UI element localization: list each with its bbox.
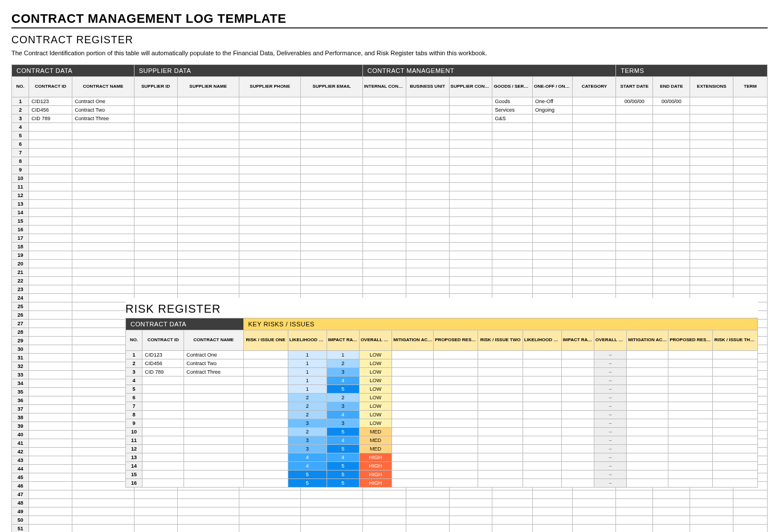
cell[interactable] [690,268,733,277]
cell[interactable]: LOW [359,351,391,359]
cell[interactable]: 9 [126,419,142,428]
cell[interactable] [573,132,616,140]
cell[interactable] [29,379,72,388]
cell[interactable]: Goods [492,97,532,106]
cell[interactable] [134,106,177,114]
cell[interactable]: – [594,436,626,445]
cell[interactable]: 1 [288,377,327,385]
cell[interactable] [29,200,72,208]
cell[interactable]: 30 [12,345,29,354]
cell[interactable] [243,402,288,411]
cell[interactable] [616,285,653,294]
cell[interactable] [72,388,134,396]
cell[interactable] [492,217,532,226]
cell[interactable] [561,479,594,488]
cell[interactable] [243,385,288,394]
cell[interactable]: 45 [12,473,29,482]
cell[interactable] [72,465,134,473]
cell[interactable] [142,445,184,453]
cell[interactable] [668,411,713,419]
cell[interactable] [177,490,239,499]
cell[interactable] [653,123,690,132]
cell[interactable] [532,132,572,140]
cell[interactable]: – [594,470,626,479]
cell[interactable] [478,402,523,411]
cell[interactable] [449,234,492,243]
cell[interactable] [362,97,406,106]
cell[interactable] [668,368,713,377]
cell[interactable] [733,208,768,217]
cell[interactable] [523,445,561,453]
cell[interactable] [573,226,616,234]
cell[interactable] [713,351,758,359]
cell[interactable]: 51 [12,525,29,533]
cell[interactable] [561,436,594,445]
cell[interactable]: 3 [288,436,327,445]
cell[interactable] [177,251,239,260]
cell[interactable] [733,140,768,149]
cell[interactable] [406,243,449,251]
cell[interactable] [616,183,653,191]
cell[interactable] [239,191,300,200]
cell[interactable] [523,351,561,359]
cell[interactable]: 42 [12,448,29,456]
cell[interactable]: 10 [12,174,29,183]
cell[interactable] [177,260,239,268]
cell[interactable] [616,226,653,234]
cell[interactable] [449,516,492,525]
cell[interactable]: 5 [288,479,327,488]
cell[interactable] [532,200,572,208]
cell[interactable] [627,419,668,428]
cell[interactable]: HIGH [359,470,391,479]
cell[interactable] [478,377,523,385]
cell[interactable] [733,268,768,277]
cell[interactable] [134,149,177,157]
cell[interactable] [239,277,300,285]
cell[interactable]: 11 [126,436,142,445]
cell[interactable] [406,166,449,174]
cell[interactable]: 44 [12,465,29,473]
cell[interactable] [478,479,523,488]
cell[interactable] [184,445,243,453]
cell[interactable]: 3 [288,445,327,453]
cell[interactable]: 9 [12,166,29,174]
cell[interactable] [733,97,768,106]
cell[interactable]: 1 [12,97,29,106]
cell[interactable] [29,320,72,328]
cell[interactable] [72,482,134,490]
cell[interactable] [690,166,733,174]
cell[interactable] [492,277,532,285]
cell[interactable] [690,149,733,157]
cell[interactable] [29,388,72,396]
cell[interactable] [406,200,449,208]
cell[interactable] [142,470,184,479]
cell[interactable]: – [594,445,626,453]
cell[interactable] [184,385,243,394]
cell[interactable] [142,479,184,488]
cell[interactable] [239,268,300,277]
cell[interactable] [142,453,184,462]
cell[interactable] [523,436,561,445]
cell[interactable] [29,465,72,473]
cell[interactable] [653,285,690,294]
cell[interactable] [239,183,300,191]
cell[interactable] [573,499,616,508]
cell[interactable] [239,226,300,234]
cell[interactable] [733,217,768,226]
cell[interactable] [29,448,72,456]
cell[interactable] [690,226,733,234]
cell[interactable] [478,462,523,470]
cell[interactable] [72,234,134,243]
cell[interactable] [561,445,594,453]
cell[interactable] [616,191,653,200]
cell[interactable]: Contract One [72,97,134,106]
cell[interactable] [134,132,177,140]
cell[interactable] [561,402,594,411]
cell[interactable] [449,132,492,140]
cell[interactable]: 16 [126,479,142,488]
cell[interactable] [72,217,134,226]
cell[interactable] [690,106,733,114]
cell[interactable]: 7 [12,149,29,157]
cell[interactable] [177,508,239,516]
cell[interactable] [523,359,561,368]
